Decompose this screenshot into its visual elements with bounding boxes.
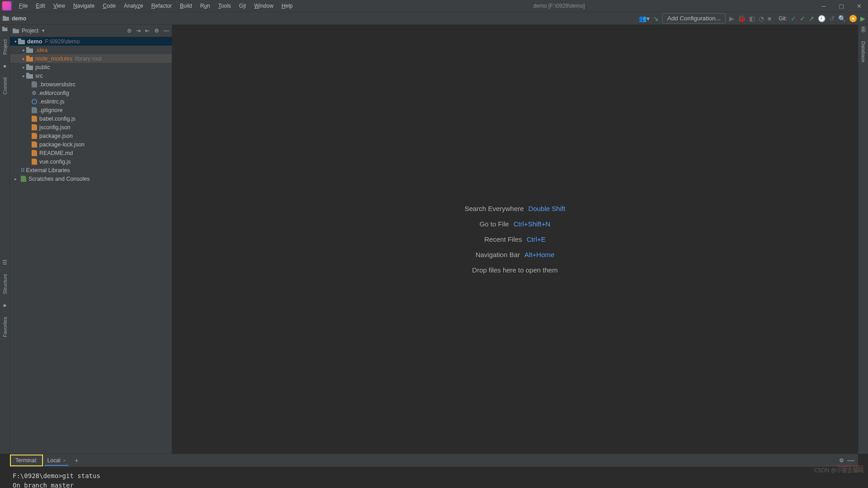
tree-folder-public[interactable]: ▸public bbox=[10, 63, 172, 71]
left-tool-strip-lower: ☰ Structure ★ Favorites bbox=[0, 259, 10, 377]
breadcrumb[interactable]: demo bbox=[3, 15, 26, 22]
welcome-drop-hint: Drop files here to open them bbox=[472, 266, 557, 274]
hide-icon[interactable]: — bbox=[164, 28, 169, 34]
project-panel-header: Project ▼ ⊚ ⇥ ⇤ ⚙ — bbox=[10, 25, 172, 37]
tree-file[interactable]: README.md bbox=[10, 149, 172, 157]
tree-root[interactable]: ▾demoF:\0928\demo bbox=[10, 37, 172, 46]
terminal-tabs: Terminal: Local× + ⚙ — bbox=[10, 454, 858, 467]
tree-scratches[interactable]: ▸Scratches and Consoles bbox=[10, 174, 172, 183]
terminal-output[interactable]: F:\0928\demo>git status On branch master… bbox=[10, 467, 858, 488]
run-icon[interactable]: ▶ bbox=[729, 15, 734, 22]
tree-folder-idea[interactable]: ▸.idea bbox=[10, 46, 172, 54]
welcome-screen: Search EverywhereDouble Shift Go to File… bbox=[172, 25, 858, 454]
terminal-panel: Terminal: Local× + ⚙ — F:\0928\demo>git … bbox=[10, 454, 858, 488]
shortcut: Ctrl+E bbox=[527, 235, 546, 243]
structure-tab-icon: ☰ bbox=[2, 259, 7, 266]
shortcut: Alt+Home bbox=[524, 251, 554, 258]
project-tree[interactable]: ▾demoF:\0928\demo ▸.idea ▸node_modulesli… bbox=[10, 37, 172, 454]
menu-view[interactable]: View bbox=[50, 1, 69, 10]
tree-file[interactable]: .browserslistrc bbox=[10, 80, 172, 89]
avatar[interactable]: ● bbox=[849, 15, 857, 22]
tree-file[interactable]: .gitignore bbox=[10, 106, 172, 114]
project-tab[interactable]: Project bbox=[2, 37, 8, 57]
users-icon[interactable]: 👥▾ bbox=[639, 15, 650, 22]
title-bar: File Edit View Navigate Code Analyze Ref… bbox=[0, 0, 868, 12]
menu-navigate[interactable]: Navigate bbox=[70, 1, 98, 10]
collapse-icon[interactable]: ⇤ bbox=[145, 28, 150, 34]
expand-icon[interactable]: ⇥ bbox=[136, 28, 141, 34]
tree-file[interactable]: jsconfig.json bbox=[10, 123, 172, 131]
menu-code[interactable]: Code bbox=[99, 1, 119, 10]
left-tool-strip: Project ● Commit bbox=[0, 25, 10, 454]
ide-run-icon[interactable]: ▶ bbox=[860, 15, 865, 22]
search-icon[interactable]: 🔍 bbox=[838, 15, 846, 22]
favorites-tab[interactable]: Favorites bbox=[2, 314, 8, 340]
maximize-icon[interactable]: ▢ bbox=[839, 3, 844, 9]
menu-file[interactable]: File bbox=[15, 1, 31, 10]
menu-tools[interactable]: Tools bbox=[215, 1, 235, 10]
breadcrumb-text: demo bbox=[12, 15, 26, 22]
menu-refactor[interactable]: Refactor bbox=[148, 1, 175, 10]
database-tab[interactable]: Database bbox=[861, 38, 866, 65]
tree-file[interactable]: package.json bbox=[10, 131, 172, 140]
terminal-line: F:\0928\demo>git status bbox=[13, 471, 855, 481]
commit-tab-icon: ● bbox=[3, 63, 6, 69]
app-icon bbox=[2, 1, 12, 11]
menu-edit[interactable]: Edit bbox=[32, 1, 49, 10]
minimize-icon[interactable]: ─ bbox=[822, 3, 826, 9]
terminal-gear-icon[interactable]: ⚙ bbox=[839, 457, 844, 464]
tree-file[interactable]: babel.config.js bbox=[10, 114, 172, 123]
git-history-icon[interactable]: 🕘 bbox=[818, 15, 826, 22]
tree-file[interactable]: package-lock.json bbox=[10, 140, 172, 149]
project-panel: Project ▼ ⊚ ⇥ ⇤ ⚙ — ▾demoF:\0928\demo ▸.… bbox=[10, 25, 172, 454]
menu-window[interactable]: Window bbox=[250, 1, 277, 10]
git-push-icon[interactable]: ↗ bbox=[809, 15, 814, 22]
build-icon[interactable]: ↘ bbox=[653, 15, 659, 22]
git-update-icon[interactable]: ✓ bbox=[791, 15, 796, 22]
tree-file[interactable]: vue.config.js bbox=[10, 157, 172, 166]
structure-tab[interactable]: Structure bbox=[2, 271, 8, 297]
main-menu: File Edit View Navigate Code Analyze Ref… bbox=[15, 1, 297, 10]
project-view-label[interactable]: Project bbox=[22, 28, 38, 34]
menu-build[interactable]: Build bbox=[176, 1, 196, 10]
commit-tab[interactable]: Commit bbox=[2, 75, 8, 97]
folder-icon bbox=[3, 16, 9, 21]
menu-run[interactable]: Run bbox=[197, 1, 214, 10]
menu-analyze[interactable]: Analyze bbox=[120, 1, 147, 10]
terminal-tab-local[interactable]: Local× bbox=[43, 455, 71, 465]
favorites-tab-icon: ★ bbox=[2, 302, 7, 309]
close-tab-icon[interactable]: × bbox=[63, 458, 66, 463]
editor-area: Search EverywhereDouble Shift Go to File… bbox=[172, 25, 858, 454]
menu-git[interactable]: Git bbox=[236, 1, 250, 10]
git-rollback-icon[interactable]: ↺ bbox=[829, 15, 835, 22]
welcome-label: Go to File bbox=[480, 220, 509, 228]
close-icon[interactable]: ✕ bbox=[857, 3, 862, 9]
project-tab-icon bbox=[2, 27, 8, 31]
shortcut: Ctrl+Shift+N bbox=[514, 220, 551, 228]
chevron-down-icon[interactable]: ▼ bbox=[41, 28, 45, 33]
tree-file[interactable]: .eslintrc.js bbox=[10, 97, 172, 106]
git-commit-icon[interactable]: ✓ bbox=[800, 15, 805, 22]
tree-folder-src[interactable]: ▸src bbox=[10, 71, 172, 80]
tree-file[interactable]: ⚙ .editorconfig bbox=[10, 89, 172, 97]
tree-external-libraries[interactable]: 𝕀𝕀 External Libraries bbox=[10, 166, 172, 174]
gear-icon[interactable]: ⚙ bbox=[154, 28, 159, 34]
stop-icon[interactable]: ■ bbox=[768, 15, 771, 22]
git-label: Git: bbox=[778, 15, 787, 22]
menu-help[interactable]: Help bbox=[278, 1, 297, 10]
debug-icon[interactable]: 🐞 bbox=[738, 15, 745, 22]
toolbar: demo 👥▾ ↘ Add Configuration... ▶ 🐞 ◧ ◔ ■… bbox=[0, 12, 868, 25]
tree-folder-node-modules[interactable]: ▸node_moduleslibrary root bbox=[10, 54, 172, 63]
terminal-line: On branch master bbox=[13, 481, 855, 488]
window-title: demo [F:\0928\demo] bbox=[297, 3, 822, 9]
shortcut: Double Shift bbox=[528, 205, 566, 212]
welcome-label: Navigation Bar bbox=[476, 251, 520, 258]
coverage-icon[interactable]: ◧ bbox=[749, 15, 755, 22]
main-content: Project ● Commit Project ▼ ⊚ ⇥ ⇤ ⚙ — ▾de… bbox=[0, 25, 868, 454]
terminal-label: Terminal: bbox=[10, 455, 43, 466]
database-tab-icon: 🗄 bbox=[861, 27, 866, 33]
profile-icon[interactable]: ◔ bbox=[759, 15, 764, 22]
add-configuration-button[interactable]: Add Configuration... bbox=[662, 13, 726, 23]
target-icon[interactable]: ⊚ bbox=[127, 28, 132, 34]
new-terminal-button[interactable]: + bbox=[70, 455, 83, 466]
